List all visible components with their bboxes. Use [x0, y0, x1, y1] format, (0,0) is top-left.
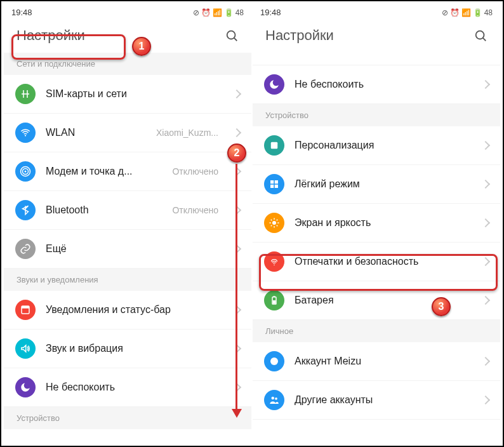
item-wlan[interactable]: WLAN Xiaomi_Kuzm...: [4, 114, 251, 152]
account-icon: [264, 351, 284, 371]
sound-icon: [15, 338, 36, 359]
sim-icon: [15, 84, 36, 104]
item-value: Отключено: [172, 166, 218, 177]
hotspot-icon: [15, 161, 36, 182]
svg-point-2: [25, 135, 26, 136]
svg-line-20: [271, 220, 272, 221]
item-value: Отключено: [172, 205, 218, 215]
svg-line-21: [277, 225, 278, 227]
item-label: Не беспокоить: [295, 79, 472, 90]
svg-rect-11: [270, 180, 274, 183]
item-more[interactable]: Ещё: [4, 230, 251, 269]
item-label: SIM-карты и сети: [46, 88, 223, 100]
item-label: Модем и точка д...: [46, 166, 162, 177]
annotation-badge-3: 3: [432, 297, 451, 316]
item-dnd-right[interactable]: Не беспокоить: [253, 65, 500, 104]
status-bar: 19:48 ⊘⏰📶🔋48: [4, 4, 251, 21]
item-label: Bluetooth: [46, 204, 162, 216]
chevron-icon: [481, 357, 490, 366]
fingerprint-icon: [264, 251, 284, 272]
chevron-icon: [481, 396, 490, 404]
svg-rect-14: [275, 185, 278, 188]
accounts-icon: [264, 390, 284, 410]
page-title: Настройки: [17, 27, 85, 44]
grid-icon: [264, 174, 284, 194]
svg-point-0: [227, 31, 235, 39]
chevron-icon: [232, 128, 241, 137]
svg-point-27: [270, 357, 278, 365]
status-time: 19:48: [260, 8, 281, 17]
svg-rect-12: [275, 180, 278, 183]
svg-point-8: [476, 31, 484, 39]
svg-point-15: [272, 221, 276, 225]
statusbar-icon: [15, 300, 36, 320]
svg-rect-26: [273, 300, 276, 304]
svg-point-29: [275, 397, 277, 400]
link-icon: [15, 239, 36, 259]
svg-line-22: [271, 225, 272, 227]
chevron-icon: [232, 90, 241, 98]
item-meizu-account[interactable]: Аккаунт Meizu: [253, 342, 500, 381]
annotation-badge-2: 2: [227, 143, 246, 163]
svg-point-28: [272, 397, 275, 400]
item-dnd-left[interactable]: Не беспокоить: [4, 368, 251, 407]
item-label: Персонализация: [295, 140, 472, 151]
item-sim-cards[interactable]: SIM-карты и сети: [4, 75, 251, 114]
item-hotspot[interactable]: Модем и точка д... Отключено: [4, 152, 251, 191]
svg-line-9: [483, 38, 486, 41]
chevron-icon: [481, 80, 490, 89]
item-label: Другие аккаунты: [295, 394, 472, 406]
page-title: Настройки: [265, 27, 334, 44]
palette-icon: [264, 135, 284, 156]
item-label: Звук и вибрация: [46, 343, 223, 354]
annotation-arrowhead: [232, 409, 242, 418]
item-value: Xiaomi_Kuzm...: [156, 128, 218, 138]
page-header: Настройки: [4, 21, 251, 53]
section-device-left: Устройство: [4, 407, 251, 429]
item-label: Экран и яркость: [295, 217, 472, 229]
svg-line-1: [234, 38, 237, 41]
brightness-icon: [264, 213, 284, 233]
annotation-arrow: [235, 164, 237, 410]
svg-point-3: [25, 171, 27, 173]
section-device-right: Устройство: [253, 104, 500, 126]
status-time: 19:48: [11, 8, 32, 17]
item-other-accounts[interactable]: Другие аккаунты: [253, 381, 500, 420]
item-label: WLAN: [46, 127, 146, 138]
partial-item: [253, 53, 500, 65]
chevron-icon: [481, 257, 490, 266]
svg-rect-25: [274, 296, 275, 297]
bluetooth-icon: [15, 200, 36, 220]
section-sounds: Звуки и уведомления: [4, 269, 251, 291]
item-label: Уведомления и статус-бар: [46, 304, 223, 316]
battery-icon: [264, 290, 284, 310]
annotation-badge-1: 1: [132, 37, 151, 56]
item-notifications[interactable]: Уведомления и статус-бар: [4, 291, 251, 330]
item-easy-mode[interactable]: Лёгкий режим: [253, 165, 500, 204]
left-screen: 19:48 ⊘⏰📶🔋48 Настройки Сети и подключени…: [4, 4, 251, 443]
chevron-icon: [481, 296, 490, 305]
item-sound[interactable]: Звук и вибрация: [4, 330, 251, 368]
item-label: Не беспокоить: [46, 382, 223, 393]
svg-rect-7: [22, 306, 29, 309]
item-fingerprint-security[interactable]: Отпечатки и безопасность: [253, 243, 500, 281]
item-display[interactable]: Экран и яркость: [253, 204, 500, 243]
right-screen: 19:48 ⊘⏰📶🔋48 Настройки Не беспокоить Уст…: [253, 4, 500, 443]
search-icon[interactable]: [474, 29, 487, 43]
moon-icon: [15, 377, 36, 397]
wifi-icon: [15, 123, 36, 143]
search-icon[interactable]: [225, 29, 239, 43]
svg-rect-13: [270, 185, 274, 188]
item-battery[interactable]: Батарея: [253, 281, 500, 320]
item-label: Лёгкий режим: [295, 178, 472, 190]
page-header: Настройки: [253, 21, 500, 53]
status-bar: 19:48 ⊘⏰📶🔋48: [253, 4, 500, 21]
item-label: Аккаунт Meizu: [295, 356, 472, 367]
item-personalization[interactable]: Персонализация: [253, 126, 500, 165]
section-network: Сети и подключение: [4, 53, 251, 75]
svg-line-23: [277, 220, 278, 221]
section-personal: Личное: [253, 320, 500, 342]
svg-rect-10: [271, 142, 278, 149]
item-bluetooth[interactable]: Bluetooth Отключено: [4, 191, 251, 230]
chevron-icon: [481, 218, 490, 227]
